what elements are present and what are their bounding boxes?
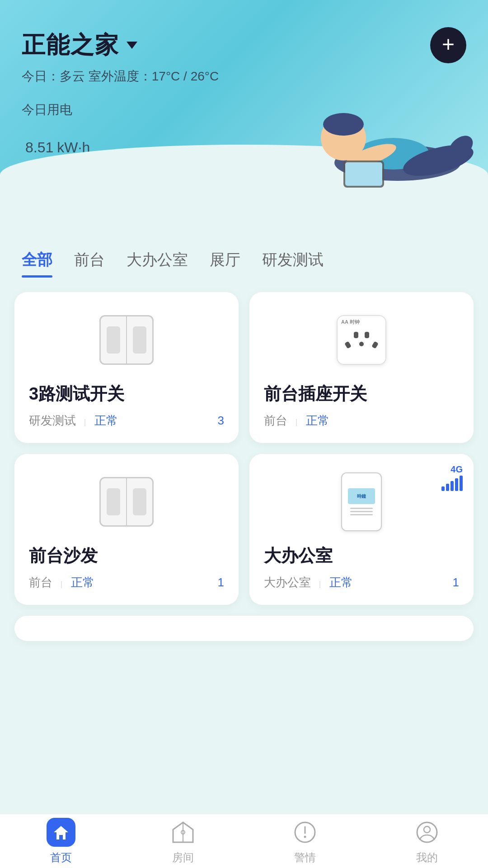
mine-nav-icon: [413, 818, 441, 847]
meter-icon: 時鐘: [341, 472, 382, 531]
device-name-1: 3路测试开关: [29, 382, 224, 406]
device-location-2: 前台: [264, 414, 287, 427]
svg-rect-8: [345, 162, 382, 186]
device-count-3: 1: [218, 576, 224, 590]
mine-icon: [414, 820, 440, 845]
socket-icon: AA 时钟: [337, 315, 386, 365]
device-icon-area-2: AA 时钟: [264, 308, 459, 372]
nav-item-home[interactable]: 首页: [0, 818, 122, 865]
device-location-3: 前台: [29, 576, 52, 589]
device-location-4: 大办公室: [264, 576, 311, 589]
nav-label-mine: 我的: [416, 850, 438, 865]
device-card-3[interactable]: 前台沙发 前台 ｜ 正常 1: [14, 454, 239, 605]
device-icon-area-1: [29, 308, 224, 372]
device-icon-area-3: [29, 470, 224, 533]
home-icon: [52, 823, 70, 841]
device-card-4[interactable]: 4G 時鐘: [249, 454, 474, 605]
room-nav-icon: [169, 818, 197, 847]
device-meta-2: 前台 ｜ 正常: [264, 413, 459, 429]
room-icon: [170, 820, 196, 845]
device-location-1: 研发测试: [29, 414, 76, 427]
dropdown-arrow-icon: [127, 42, 137, 49]
tab-exhibition[interactable]: 展厅: [210, 250, 240, 278]
4g-signal-indicator: 4G: [441, 465, 463, 491]
svg-point-14: [304, 835, 306, 838]
device-status-3: 正常: [71, 576, 94, 589]
bottom-navigation: 首页 房间 警情 我的: [0, 814, 488, 868]
svg-point-3: [323, 113, 364, 136]
tabs-section: 全部 前台 大办公室 展厅 研发测试: [0, 235, 488, 278]
home-title: 正能之家: [22, 29, 119, 61]
tab-all[interactable]: 全部: [22, 250, 52, 278]
add-icon: +: [442, 33, 455, 55]
signal-bars: [441, 476, 463, 491]
add-device-button[interactable]: +: [430, 27, 466, 63]
nav-label-room: 房间: [172, 850, 194, 865]
tabs-row: 全部 前台 大办公室 展厅 研发测试: [22, 250, 466, 278]
switch-icon-2gang-2: [99, 477, 154, 527]
tab-front[interactable]: 前台: [74, 250, 105, 278]
device-status-2: 正常: [306, 414, 329, 427]
alert-icon: [292, 820, 318, 845]
home-nav-icon: [47, 818, 75, 847]
nav-item-room[interactable]: 房间: [122, 818, 244, 865]
nav-label-alert: 警情: [294, 850, 316, 865]
switch-icon-2gang: [99, 315, 154, 365]
nav-item-alert[interactable]: 警情: [244, 818, 366, 865]
device-count-1: 3: [218, 414, 224, 428]
device-name-3: 前台沙发: [29, 544, 224, 567]
person-illustration: [307, 72, 479, 199]
partial-card: [14, 616, 474, 641]
devices-section: 3路测试开关 研发测试 ｜ 正常 3 AA 时钟: [0, 278, 488, 695]
device-meta-3: 前台 ｜ 正常 1: [29, 575, 224, 590]
device-status-4: 正常: [329, 576, 353, 589]
nav-item-mine[interactable]: 我的: [366, 818, 488, 865]
alert-nav-icon: [291, 818, 319, 847]
device-count-4: 1: [453, 576, 459, 590]
tab-office[interactable]: 大办公室: [127, 250, 188, 278]
nav-label-home: 首页: [50, 850, 72, 865]
device-name-2: 前台插座开关: [264, 382, 459, 406]
device-status-1: 正常: [94, 414, 118, 427]
tab-rd[interactable]: 研发测试: [262, 250, 324, 278]
home-title-row: 正能之家: [22, 29, 139, 61]
header-row: 正能之家 +: [22, 27, 466, 63]
dropdown-button[interactable]: [125, 38, 139, 52]
device-meta-1: 研发测试 ｜ 正常 3: [29, 413, 224, 429]
device-icon-area-4: 時鐘: [264, 470, 459, 533]
hero-section: 正能之家 + 今日：多云 室外温度：17°C / 26°C 今日用电 8.51k…: [0, 0, 488, 235]
devices-grid: 3路测试开关 研发测试 ｜ 正常 3 AA 时钟: [14, 292, 474, 605]
device-card-1[interactable]: 3路测试开关 研发测试 ｜ 正常 3: [14, 292, 239, 443]
device-meta-4: 大办公室 ｜ 正常 1: [264, 575, 459, 590]
svg-point-16: [424, 826, 430, 833]
device-card-2[interactable]: AA 时钟 前台插座开关: [249, 292, 474, 443]
device-name-4: 大办公室: [264, 544, 459, 567]
